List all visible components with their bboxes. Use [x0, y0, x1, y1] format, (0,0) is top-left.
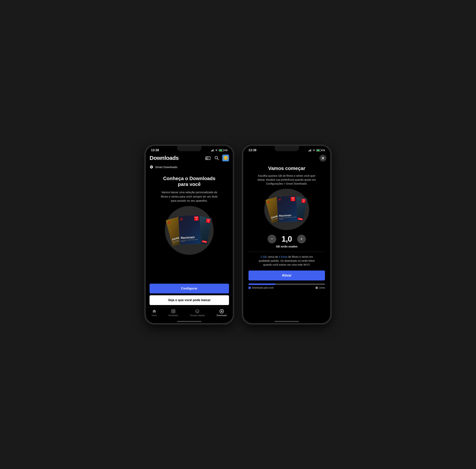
legend-free: Livres	[316, 286, 325, 289]
legend-downloads: Downloads para você	[249, 286, 273, 289]
movie-cards-2: N DAHN UM CANÍBAL N TOP10 Raciona	[268, 192, 305, 226]
battery-icon-2	[316, 149, 321, 151]
view-downloads-button[interactable]: Veja o que você pode baixar	[150, 295, 229, 305]
main-content-2: Vamos começar Escolha quantos GB de film…	[243, 164, 330, 320]
storage-legend: Downloads para você Livres	[249, 286, 325, 289]
buttons-section-1: Configurar Veja o que você pode baixar	[146, 284, 233, 307]
vamos-title: Vamos começar	[268, 166, 305, 171]
home-icon	[152, 309, 157, 314]
smart-downloads-row[interactable]: Smart Downloads	[146, 164, 233, 172]
signal-icon-2	[308, 149, 311, 151]
wifi-icon-2	[312, 149, 315, 151]
svg-rect-9	[172, 310, 175, 313]
close-button[interactable]	[319, 155, 326, 162]
battery-percent-1: 70	[225, 149, 227, 152]
top10-badge-4: TOP10	[301, 199, 306, 203]
profile-emoji: 😊	[223, 156, 228, 160]
svg-point-13	[198, 311, 198, 311]
wifi-icon-1	[215, 149, 218, 151]
storage-bar-free	[275, 284, 325, 285]
svg-rect-17	[310, 150, 311, 151]
movie-title-racionais-2: Racionais DAS RUAS DE SÃO PAULO PRO MUND…	[279, 214, 297, 220]
close-icon	[322, 157, 324, 159]
status-bar-2: 13:38	[243, 146, 330, 153]
nav-home-label: Início	[152, 314, 157, 317]
status-bar-1: 13:38	[146, 146, 233, 153]
gb-increase-button[interactable]: +	[297, 235, 306, 243]
storage-bar-downloads	[249, 284, 275, 285]
gb-decrease-button[interactable]: −	[268, 235, 276, 243]
svg-rect-1	[212, 150, 212, 151]
temporada-badge: orada	[202, 240, 207, 243]
screen1-content: Downloads	[146, 153, 233, 323]
cast-button[interactable]	[205, 155, 211, 161]
svg-point-12	[197, 311, 197, 311]
storage-bar-section: Downloads para você Livres	[249, 284, 325, 289]
svg-rect-3	[213, 149, 214, 151]
header-2	[243, 153, 330, 164]
downloads-icon	[220, 309, 224, 314]
svg-rect-18	[311, 149, 311, 151]
news-icon	[171, 309, 175, 314]
status-icons-2: 70	[308, 149, 325, 152]
gb-label: GB serão usados	[276, 245, 297, 248]
top10-badge-3: TOP10	[290, 197, 295, 201]
nav-laughs-label: Risadas rápidas	[190, 314, 205, 317]
svg-point-6	[206, 159, 206, 160]
movie-title-racionais: Racionais DAS RUAS DE SÃO PAULO PRO MUND…	[181, 235, 200, 243]
svg-rect-15	[308, 151, 309, 151]
status-time-2: 13:38	[249, 149, 256, 152]
screen2-content: Vamos começar Escolha quantos GB de film…	[243, 153, 330, 323]
home-indicator-1	[177, 321, 202, 322]
info-colon: : cerca de	[267, 255, 279, 258]
status-time-1: 13:38	[151, 149, 159, 152]
nav-laughs[interactable]: Risadas rápidas	[190, 309, 205, 317]
temporada-badge-2: orada	[298, 218, 303, 221]
svg-point-10	[173, 311, 174, 312]
svg-rect-16	[309, 150, 310, 151]
svg-rect-2	[213, 150, 213, 151]
phone-1: 13:38	[144, 144, 234, 325]
movie-card-racionais: N TOP10 Racionais DAS RUAS DE SÃO PAULO …	[178, 215, 201, 245]
settings-icon	[150, 165, 153, 169]
svg-line-8	[217, 159, 219, 160]
phone-2: 13:38	[242, 144, 332, 325]
battery-percent-2: 70	[322, 149, 325, 152]
nav-news[interactable]: Novidades	[169, 309, 178, 317]
svg-rect-0	[211, 151, 212, 151]
legend-dot-free	[316, 287, 318, 289]
storage-bar	[249, 284, 325, 285]
svg-point-4	[216, 151, 217, 151]
svg-point-19	[314, 151, 314, 151]
home-indicator-2	[274, 321, 299, 322]
search-button[interactable]	[214, 155, 220, 161]
nav-downloads-label: Downloads	[217, 314, 227, 317]
legend-downloads-label: Downloads para você	[252, 286, 273, 289]
netflix-logo-3: N	[267, 201, 270, 204]
info-gb: 1 GB	[260, 255, 267, 258]
phone-2-inner: 13:38	[243, 146, 330, 323]
nav-home[interactable]: Início	[152, 309, 157, 317]
cast-icon	[206, 156, 210, 160]
signal-icon-1	[211, 149, 214, 151]
profile-avatar-1[interactable]: 😊	[222, 155, 229, 161]
netflix-logo-4: N	[278, 198, 281, 201]
gb-control: − 1,0 +	[268, 234, 306, 244]
vamos-desc: Escolha quantos GB de filmes e séries vo…	[257, 174, 317, 186]
header-icons-1: 😊	[205, 155, 229, 161]
netflix-logo-1: N	[168, 221, 171, 225]
ativar-button[interactable]: Ativar	[249, 270, 325, 281]
nav-news-label: Novidades	[169, 314, 178, 317]
configure-button[interactable]: Configurar	[150, 284, 229, 293]
netflix-logo-2: N	[180, 218, 183, 221]
header-1: Downloads	[146, 153, 233, 164]
nav-downloads[interactable]: Downloads	[217, 309, 227, 317]
legend-free-label: Livres	[319, 286, 325, 289]
top10-badge-1: TOP10	[194, 216, 199, 221]
info-hours: 4 horas	[279, 255, 287, 258]
movie-circle-1: N DAHM UM CANÍBALMONSTRO AO LADO N TOP10	[165, 206, 214, 255]
movie-card-racionais-2: N TOP10 Racionais DAS RUAS DE SÃO PAULO …	[277, 195, 298, 222]
search-icon	[215, 156, 219, 160]
divider-1	[249, 252, 325, 252]
main-content-1: Conheça o Downloads para você Vamos baix…	[146, 172, 233, 284]
